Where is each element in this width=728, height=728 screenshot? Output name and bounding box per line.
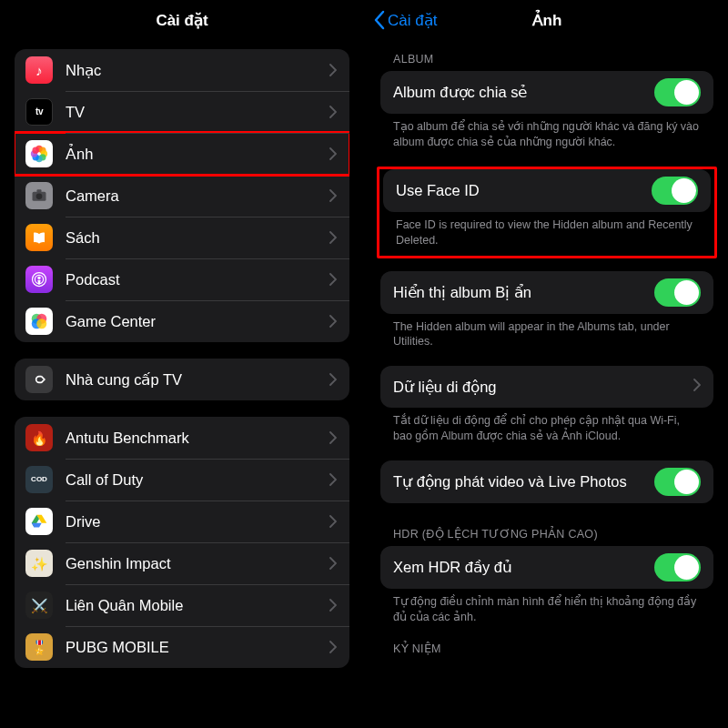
row-books[interactable]: Sách <box>15 217 349 258</box>
row-gamecenter[interactable]: Game Center <box>15 300 349 342</box>
svg-point-7 <box>32 147 38 153</box>
section-header-hdr: HDR (ĐỘ LỆCH TƯƠNG PHẢN CAO) <box>393 527 701 541</box>
row-label: Podcast <box>66 271 329 288</box>
svg-point-9 <box>36 194 43 200</box>
row-lq[interactable]: ⚔️ Liên Quân Mobile <box>15 584 349 626</box>
row-drive[interactable]: Drive <box>15 500 349 542</box>
antutu-icon: 🔥 <box>25 424 53 451</box>
chevron-right-icon <box>329 641 337 653</box>
note-faceid: Face ID is required to view the Hidden a… <box>396 217 698 248</box>
row-label: TV <box>66 104 329 121</box>
toggle-hdr[interactable] <box>654 553 701 581</box>
settings-group-tvprovider: Nhà cung cấp TV <box>15 359 349 400</box>
cell-label: Album được chia sẻ <box>393 84 527 101</box>
chevron-right-icon <box>329 231 337 244</box>
row-music[interactable]: ♪ Nhạc <box>15 49 349 91</box>
group-autoplay: Tự động phát video và Live Photos <box>380 460 713 503</box>
row-label: Camera <box>66 187 329 205</box>
cell-autoplay[interactable]: Tự động phát video và Live Photos <box>380 460 713 503</box>
music-icon: ♪ <box>25 56 53 84</box>
cell-cellular[interactable]: Dữ liệu di động <box>380 366 713 408</box>
settings-scroll[interactable]: ♪ Nhạc tv TV <box>0 40 364 728</box>
page-title: Cài đặt <box>0 0 364 40</box>
settings-main-pane: Cài đặt ♪ Nhạc tv TV <box>0 0 364 728</box>
toggle-faceid[interactable] <box>652 177 698 205</box>
row-label: Game Center <box>66 313 329 330</box>
row-label: Ảnh <box>66 146 329 163</box>
cell-shared-album[interactable]: Album được chia sẻ <box>380 71 713 114</box>
gamecenter-icon <box>25 308 53 335</box>
row-label: Liên Quân Mobile <box>66 597 329 614</box>
note-hidden-album: The Hidden album will appear in the Albu… <box>393 319 701 350</box>
group-hdr: Xem HDR đầy đủ <box>380 546 713 589</box>
cod-icon: COD <box>25 466 53 493</box>
chevron-right-icon <box>329 557 337 570</box>
chevron-right-icon <box>329 599 337 612</box>
toggle-shared-album[interactable] <box>654 78 701 106</box>
highlight-faceid: Use Face ID Face ID is required to view … <box>377 167 717 258</box>
row-photos[interactable]: Ảnh <box>15 133 349 175</box>
chevron-right-icon <box>329 147 337 160</box>
podcast-icon <box>25 266 53 293</box>
group-hidden-album: Hiển thị album Bị ẩn <box>380 271 713 314</box>
cell-label: Xem HDR đầy đủ <box>393 559 512 576</box>
photos-settings-pane: Cài đặt Ảnh ALBUM Album được chia sẻ Tạo… <box>364 0 728 728</box>
row-genshin[interactable]: ✨ Genshin Impact <box>15 542 349 584</box>
back-button[interactable]: Cài đặt <box>366 10 437 30</box>
row-podcast[interactable]: Podcast <box>15 258 349 300</box>
row-label: Call of Duty <box>66 471 329 489</box>
chevron-right-icon <box>329 373 337 386</box>
chevron-right-icon <box>329 515 337 528</box>
row-label: Nhà cung cấp TV <box>66 371 329 389</box>
cell-label: Dữ liệu di động <box>393 379 497 396</box>
row-tv[interactable]: tv TV <box>15 91 349 133</box>
svg-point-13 <box>37 277 40 279</box>
drive-icon <box>25 508 53 535</box>
svg-rect-10 <box>37 189 42 192</box>
section-header-album: ALBUM <box>393 53 701 66</box>
toggle-autoplay[interactable] <box>654 468 701 496</box>
svg-point-17 <box>36 318 46 329</box>
row-label: Nhạc <box>66 62 329 79</box>
tvprovider-icon <box>25 366 53 393</box>
row-camera[interactable]: Camera <box>15 175 349 217</box>
photos-scroll[interactable]: ALBUM Album được chia sẻ Tạo album để ch… <box>366 40 728 728</box>
settings-group-apple-apps: ♪ Nhạc tv TV <box>15 49 349 342</box>
row-cod[interactable]: COD Call of Duty <box>15 459 349 500</box>
genshin-icon: ✨ <box>25 550 53 577</box>
settings-group-thirdparty: 🔥 Antutu Benchmark COD Call of Duty Driv… <box>15 417 349 668</box>
chevron-right-icon <box>329 431 337 444</box>
cell-label: Tự động phát video và Live Photos <box>393 473 627 490</box>
row-label: Genshin Impact <box>66 555 329 572</box>
row-antutu[interactable]: 🔥 Antutu Benchmark <box>15 417 349 459</box>
header: Cài đặt Ảnh <box>366 0 728 40</box>
chevron-right-icon <box>329 473 337 486</box>
photos-icon <box>25 140 53 167</box>
row-tvprovider[interactable]: Nhà cung cấp TV <box>15 359 349 400</box>
group-cellular: Dữ liệu di động <box>380 366 713 408</box>
chevron-right-icon <box>329 64 337 76</box>
row-label: PUBG MOBILE <box>66 639 329 656</box>
cell-label: Hiển thị album Bị ẩn <box>393 284 531 301</box>
row-pubg[interactable]: 🎖️ PUBG MOBILE <box>15 626 349 668</box>
cell-label: Use Face ID <box>396 182 480 199</box>
row-label: Drive <box>66 513 329 531</box>
back-label: Cài đặt <box>388 11 437 30</box>
note-cellular: Tắt dữ liệu di động để chỉ cho phép cập … <box>393 413 701 444</box>
cell-hdr[interactable]: Xem HDR đầy đủ <box>380 546 713 589</box>
cell-faceid[interactable]: Use Face ID <box>383 169 711 212</box>
group-faceid: Use Face ID <box>383 169 711 212</box>
section-header-memories: KỶ NIỆM <box>393 642 701 655</box>
chevron-right-icon <box>329 273 337 286</box>
chevron-right-icon <box>693 379 701 395</box>
chevron-right-icon <box>329 189 337 202</box>
note-shared-album: Tạo album để chia sẻ với những người khá… <box>393 119 701 150</box>
row-label: Antutu Benchmark <box>66 430 329 447</box>
camera-icon <box>25 182 53 209</box>
note-hdr: Tự động điều chỉnh màn hình để hiển thị … <box>393 594 701 625</box>
page-title: Ảnh <box>532 11 562 30</box>
pubg-icon: 🎖️ <box>25 633 53 661</box>
toggle-hidden-album[interactable] <box>654 278 701 307</box>
cell-hidden-album[interactable]: Hiển thị album Bị ẩn <box>380 271 713 314</box>
group-shared-album: Album được chia sẻ <box>380 71 713 114</box>
